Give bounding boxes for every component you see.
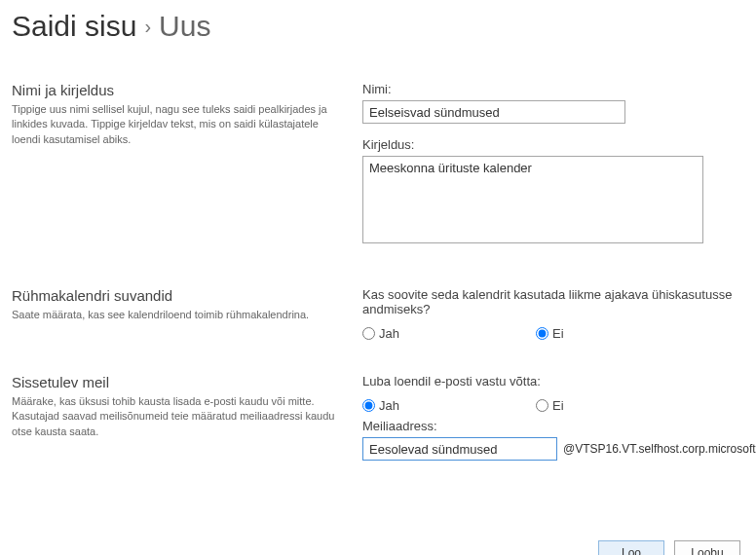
radio-label: Ei — [552, 398, 564, 413]
group-calendar-yes-option[interactable]: Jah — [362, 326, 399, 341]
breadcrumb: Saidi sisu › Uus — [12, 10, 744, 43]
section-name-description: Nimi ja kirjeldus Tippige uus nimi selli… — [12, 82, 744, 260]
radio-label: Jah — [379, 398, 399, 413]
section-title: Sissetulev meil — [12, 374, 343, 390]
email-address-suffix: @VTSP16.VT.selfhost.corp.microsoft.com — [563, 442, 756, 456]
section-description: Saate määrata, kas see kalendriloend toi… — [12, 308, 343, 322]
name-label: Nimi: — [362, 82, 744, 96]
breadcrumb-current: Uus — [159, 10, 210, 43]
name-input[interactable] — [362, 100, 625, 124]
group-calendar-no-option[interactable]: Ei — [536, 326, 564, 341]
group-calendar-yes-radio[interactable] — [362, 327, 375, 340]
description-textarea[interactable]: Meeskonna ürituste kalender — [362, 156, 703, 243]
radio-label: Ei — [552, 326, 564, 341]
create-button[interactable]: Loo — [598, 540, 664, 555]
incoming-email-no-option[interactable]: Ei — [536, 398, 564, 413]
group-calendar-question: Kas soovite seda kalendrit kasutada liik… — [362, 287, 744, 316]
section-description: Määrake, kas üksusi tohib kausta lisada … — [12, 394, 343, 439]
footer-buttons: Loo Loobu — [12, 540, 744, 555]
incoming-email-yes-radio[interactable] — [362, 399, 375, 412]
section-incoming-email: Sissetulev meil Määrake, kas üksusi tohi… — [12, 374, 744, 474]
incoming-email-no-radio[interactable] — [536, 399, 548, 412]
section-group-calendar: Rühmakalendri suvandid Saate määrata, ka… — [12, 287, 744, 347]
description-label: Kirjeldus: — [362, 137, 744, 152]
section-title: Rühmakalendri suvandid — [12, 287, 343, 304]
incoming-email-question: Luba loendil e-posti vastu võtta: — [362, 374, 756, 388]
section-description: Tippige uus nimi sellisel kujul, nagu se… — [12, 102, 343, 147]
section-title: Nimi ja kirjeldus — [12, 82, 343, 98]
cancel-button[interactable]: Loobu — [674, 540, 740, 555]
incoming-email-yes-option[interactable]: Jah — [362, 398, 399, 413]
chevron-right-icon: › — [144, 16, 151, 38]
email-address-label: Meiliaadress: — [362, 419, 756, 433]
radio-label: Jah — [379, 326, 399, 341]
breadcrumb-parent[interactable]: Saidi sisu — [12, 10, 136, 43]
group-calendar-no-radio[interactable] — [536, 327, 548, 340]
email-address-input[interactable] — [362, 437, 557, 461]
